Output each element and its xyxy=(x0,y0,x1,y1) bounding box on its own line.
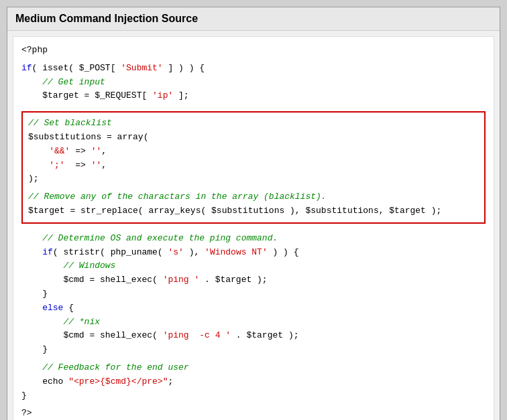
code-line-23: } xyxy=(21,389,486,403)
code-line-3: // Get input xyxy=(21,76,486,90)
page-title: Medium Command Injection Source xyxy=(15,13,492,25)
code-line-14: // Windows xyxy=(21,259,486,273)
title-bar: Medium Command Injection Source xyxy=(7,7,500,31)
code-line-10: // Remove any of the charactars in the a… xyxy=(28,190,479,204)
code-line-7: '&&' => '', xyxy=(28,145,479,159)
code-line-2: if( isset( $_POST[ 'Submit' ] ) ) { xyxy=(21,62,486,76)
code-line-5: // Set blacklist xyxy=(28,117,479,131)
code-line-17: else { xyxy=(21,301,486,316)
code-line-20: } xyxy=(21,343,486,357)
code-line-6: $substitutions = array( xyxy=(28,131,479,145)
main-container: Medium Command Injection Source <?php if… xyxy=(7,7,500,420)
code-area: <?php if( isset( $_POST[ 'Submit' ] ) ) … xyxy=(13,36,494,420)
code-line-16: } xyxy=(21,287,486,301)
code-line-21: // Feedback for the end user xyxy=(21,361,486,375)
code-line-19: $cmd = shell_exec( 'ping -c 4 ' . $targe… xyxy=(21,329,486,343)
code-line-24: ?> xyxy=(21,407,486,420)
highlighted-blacklist-block: // Set blacklist $substitutions = array(… xyxy=(21,111,486,224)
code-line-11: $target = str_replace( array_keys( $subs… xyxy=(28,204,479,218)
code-line-13: if( stristr( php_uname( 's' ), 'Windows … xyxy=(21,246,486,260)
code-line-9: ); xyxy=(28,172,479,186)
code-line-12: // Determine OS and execute the ping com… xyxy=(21,232,486,246)
code-line-1: <?php xyxy=(21,44,486,58)
code-line-4: $target = $_REQUEST[ 'ip' ]; xyxy=(21,89,486,103)
code-line-22: echo "<pre>{$cmd}</pre>"; xyxy=(21,375,486,389)
code-line-15: $cmd = shell_exec( 'ping ' . $target ); xyxy=(21,273,486,287)
code-line-8: ';' => '', xyxy=(28,159,479,173)
code-line-18: // *nix xyxy=(21,316,486,330)
